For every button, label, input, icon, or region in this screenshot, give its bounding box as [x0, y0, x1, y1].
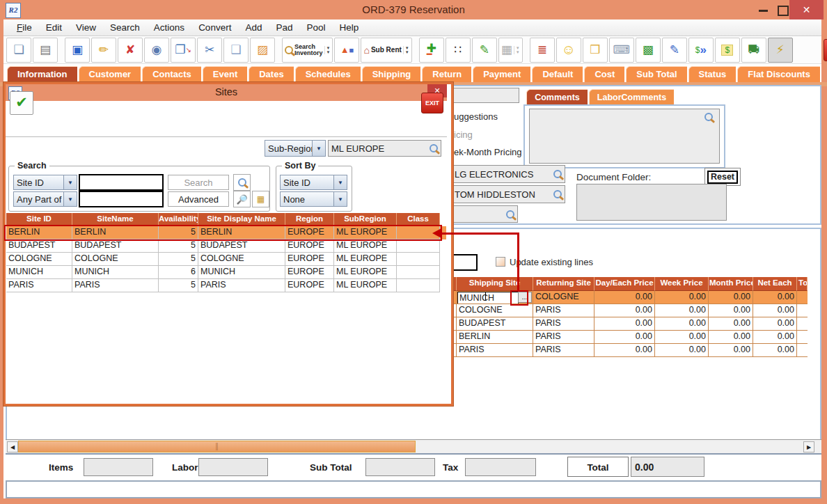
advanced-button[interactable]: Advanced [168, 191, 229, 207]
subregion-value-field[interactable]: ML EUROPE [328, 140, 441, 157]
write-note-button[interactable]: ✎ [662, 38, 687, 63]
contact-field[interactable]: TOM HIDDLESTON [451, 185, 565, 203]
accept-button[interactable]: ✔ [10, 91, 33, 115]
shapes-button[interactable]: ▲■ [334, 38, 359, 63]
shipping-row[interactable]: PARIS PARIS 0.00 0.00 0.00 0.00 [451, 344, 808, 357]
cell[interactable]: ML EUROPE [334, 279, 397, 292]
cell[interactable]: MUNICH [198, 266, 285, 279]
cell[interactable]: 0.00 [753, 291, 797, 304]
contact-search-icon[interactable] [553, 190, 562, 198]
cell[interactable]: COLOGNE [457, 304, 533, 317]
cell[interactable]: EUROPE [285, 279, 334, 292]
search-inventory-button[interactable]: SearchInventory ▼▼ [282, 38, 333, 63]
cell[interactable]: 0.00 [594, 344, 655, 357]
add-line-button[interactable]: ✚▬ [419, 38, 444, 63]
cell[interactable]: MUNICH [6, 266, 72, 279]
menu-pool[interactable]: Pool [299, 22, 332, 33]
cell[interactable]: COLOGNE [533, 291, 594, 304]
tab-event[interactable]: Event [203, 66, 247, 82]
tab-dates[interactable]: Dates [249, 66, 293, 82]
cell[interactable]: PARIS [533, 304, 594, 317]
comments-textarea[interactable] [529, 109, 720, 164]
doc-search-button[interactable]: 🔎 [233, 191, 251, 207]
tab-payment[interactable]: Payment [473, 66, 530, 82]
reset-button[interactable]: Reset [707, 171, 738, 184]
tab-contacts[interactable]: Contacts [142, 66, 201, 82]
delete-button[interactable]: ✘ [118, 38, 143, 63]
subregion-dropdown[interactable]: Sub-Region ▼ [265, 140, 326, 157]
tab-default[interactable]: Default [532, 66, 583, 82]
edit-button[interactable]: ✏ [91, 38, 116, 63]
search-criteria1-dropdown[interactable]: Site ID ▼ [13, 175, 77, 190]
cell[interactable]: MUNICH [72, 266, 159, 279]
cell[interactable]: EUROPE [285, 253, 334, 266]
shipping-row[interactable]: BUDAPEST PARIS 0.00 0.00 0.00 0.00 [451, 317, 808, 331]
search-inventory-dropdown[interactable]: ▼▼ [324, 46, 331, 54]
dialog-exit-button[interactable]: EXIT [421, 93, 443, 113]
menu-pad[interactable]: Pad [269, 22, 299, 33]
cell[interactable]: 5 [159, 279, 198, 292]
cell[interactable]: 0.00 [709, 344, 753, 357]
site-row-paris[interactable]: PARIS PARIS 5 PARIS EUROPE ML EUROPE [6, 279, 446, 292]
table-search-button[interactable]: ▦ [252, 191, 269, 207]
cell[interactable]: ML EUROPE [334, 266, 397, 279]
cell[interactable]: 0.00 [753, 317, 797, 331]
cell[interactable]: 0.00 [594, 317, 655, 331]
comments-search-icon[interactable] [704, 113, 713, 121]
cell[interactable] [397, 253, 440, 266]
shipping-row[interactable]: COLOGNE PARIS 0.00 0.00 0.00 0.00 [451, 304, 808, 317]
cell[interactable]: 0.00 [709, 317, 753, 331]
cell[interactable]: 0.00 [655, 331, 709, 344]
tab-flat-discounts[interactable]: Flat Discounts [737, 66, 820, 82]
cell[interactable]: BUDAPEST [72, 239, 159, 253]
cell[interactable] [397, 239, 440, 253]
copy-button[interactable]: ❑ [223, 38, 249, 63]
col-shipping-site[interactable]: Shipping Site [457, 277, 533, 291]
cell[interactable]: 5 [159, 239, 198, 253]
col-week-price[interactable]: Week Price [655, 277, 709, 291]
site-row-munich[interactable]: MUNICH MUNICH 6 MUNICH EUROPE ML EUROPE [6, 266, 446, 279]
keyboard-button[interactable]: ⌨ [609, 38, 634, 63]
tab-return[interactable]: Return [422, 66, 471, 82]
tab-comments[interactable]: Comments [526, 89, 588, 104]
menu-actions[interactable]: Actions [147, 22, 191, 33]
cell[interactable]: PARIS [457, 344, 533, 357]
cell[interactable]: 0.00 [753, 344, 797, 357]
tab-shipping[interactable]: Shipping [362, 66, 421, 82]
extra-search-icon[interactable] [506, 210, 514, 219]
maximize-button[interactable] [778, 6, 789, 16]
cell[interactable]: 0.00 [655, 344, 709, 357]
lightning-button[interactable]: ⚡ [768, 38, 793, 63]
cell[interactable]: COLOGNE [198, 253, 285, 266]
hidden-top-field[interactable] [451, 88, 519, 103]
find-button[interactable]: ◉ [144, 38, 169, 63]
cell[interactable]: 0.00 [655, 317, 709, 331]
tab-subtotal[interactable]: Sub Total [626, 66, 686, 82]
paste-special-button[interactable]: ❐↘ [171, 38, 196, 63]
shipping-site-editbox[interactable]: MUNICH [457, 292, 519, 304]
tab-customer[interactable]: Customer [79, 66, 141, 82]
save-button[interactable]: ▣ [65, 38, 90, 63]
sub-rent-button[interactable]: ⌂ Sub Rent ▼▼ [361, 38, 411, 63]
tab-cost[interactable]: Cost [584, 66, 624, 82]
cell[interactable]: 0.00 [709, 331, 753, 344]
folder-clock-button[interactable]: ❒ [583, 38, 608, 63]
cell[interactable]: 0.00 [655, 291, 709, 304]
search-input-2[interactable] [79, 191, 164, 207]
extra-lookup-field[interactable] [451, 205, 518, 223]
customer-search-icon[interactable] [553, 170, 562, 178]
search-lookup-button[interactable] [233, 174, 251, 191]
paste-button[interactable]: ▨ [250, 38, 275, 63]
cell[interactable] [397, 266, 440, 279]
tab-schedules[interactable]: Schedules [295, 66, 361, 82]
cell[interactable]: PARIS [198, 279, 285, 292]
subregion-search-icon[interactable] [430, 144, 438, 152]
horizontal-scrollbar[interactable]: ◀ ║ ▶ [6, 439, 821, 453]
print-button[interactable]: ▤ [33, 38, 58, 63]
cell[interactable]: COLOGNE [6, 253, 72, 266]
truck-button[interactable]: ⛟ [741, 38, 766, 63]
org-chart-button[interactable]: ≣ [530, 38, 555, 63]
update-lines-checkbox[interactable] [496, 257, 505, 267]
scrollbar-thumb[interactable]: ║ [18, 441, 416, 452]
col-month-price[interactable]: Month Price [709, 277, 753, 291]
